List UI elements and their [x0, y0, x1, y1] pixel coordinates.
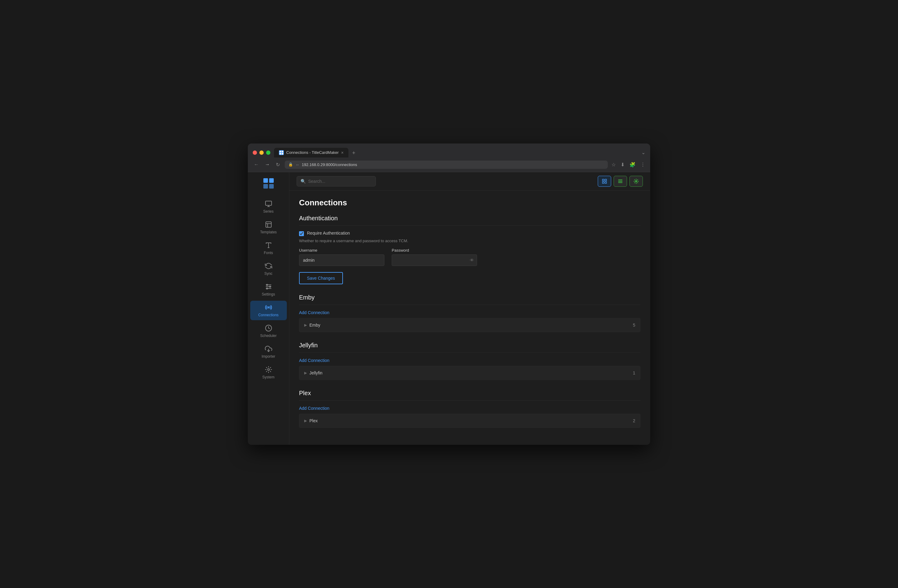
search-input[interactable] [308, 179, 372, 184]
emby-count: 5 [633, 322, 635, 327]
svg-rect-28 [602, 181, 604, 183]
jellyfin-section: Jellyfin Add Connection ▶ Jellyfin 1 [299, 342, 640, 380]
url-text: 192.168.0.29:8000/connections [302, 163, 357, 167]
app-header: 🔍 [289, 172, 650, 191]
tab-favicon [279, 150, 284, 155]
page-title: Connections [299, 198, 640, 207]
svg-rect-4 [263, 178, 268, 183]
app-logo[interactable] [262, 177, 275, 191]
sidebar-fonts-label: Fonts [264, 251, 273, 255]
plex-connection-item[interactable]: ▶ Plex 2 [299, 414, 640, 428]
save-changes-button[interactable]: Save Changes [299, 272, 343, 284]
browser-actions: ☆ ⬇ 🧩 ⋮ [612, 162, 645, 167]
list-view-button[interactable] [614, 176, 627, 187]
close-dot[interactable] [253, 150, 257, 155]
sidebar-scheduler-label: Scheduler [260, 334, 277, 338]
download-icon[interactable]: ⬇ [621, 162, 624, 167]
back-button[interactable]: ← [253, 161, 260, 169]
url-protocol: ↔ [295, 163, 299, 167]
svg-rect-5 [269, 178, 274, 183]
svg-point-33 [635, 180, 637, 182]
svg-point-25 [268, 368, 269, 370]
svg-rect-0 [280, 151, 281, 152]
card-view-button[interactable] [598, 176, 611, 187]
tab-title: Connections - TitleCardMaker [286, 150, 339, 155]
bookmark-icon[interactable]: ☆ [612, 162, 616, 167]
address-bar[interactable]: 🔒 ↔ 192.168.0.29:8000/connections [285, 161, 608, 169]
minimize-dot[interactable] [260, 150, 264, 155]
svg-point-22 [268, 307, 269, 308]
svg-rect-6 [263, 184, 268, 189]
svg-point-20 [269, 286, 271, 287]
plex-count: 2 [633, 418, 635, 423]
plex-connection-left: ▶ Plex [304, 418, 318, 423]
sidebar-connections-label: Connections [258, 313, 278, 317]
password-input[interactable] [392, 254, 477, 266]
svg-rect-3 [281, 153, 283, 155]
jellyfin-item-label: Jellyfin [309, 370, 323, 375]
emby-connection-item[interactable]: ▶ Emby 5 [299, 318, 640, 332]
sidebar-item-system[interactable]: System [250, 363, 287, 382]
sidebar-item-sync[interactable]: Sync [250, 259, 287, 279]
search-box[interactable]: 🔍 [297, 176, 376, 186]
sidebar-item-fonts[interactable]: Fonts [250, 238, 287, 258]
refresh-button[interactable]: ↻ [275, 161, 281, 169]
sidebar: Series Templates Fonts [248, 172, 289, 445]
forward-button[interactable]: → [264, 161, 271, 169]
auth-description: Whether to require a username and passwo… [299, 238, 640, 243]
security-icon: 🔒 [288, 163, 293, 167]
new-tab-button[interactable]: + [350, 149, 358, 158]
jellyfin-connection-item[interactable]: ▶ Jellyfin 1 [299, 366, 640, 380]
browser-window: Connections - TitleCardMaker × + ⌄ ← → ↻… [248, 143, 650, 445]
sidebar-item-settings[interactable]: Settings [250, 280, 287, 299]
require-auth-checkbox[interactable] [299, 231, 304, 236]
sidebar-importer-label: Importer [261, 354, 275, 359]
password-wrapper: 👁 [392, 254, 477, 266]
header-actions [598, 176, 643, 187]
plex-section-title: Plex [299, 390, 640, 401]
menu-icon[interactable]: ⋮ [640, 162, 645, 167]
require-auth-label: Require Authentication [307, 230, 350, 235]
emby-section-title: Emby [299, 294, 640, 305]
svg-rect-26 [602, 179, 604, 181]
require-auth-row: Require Authentication [299, 230, 640, 236]
plex-section: Plex Add Connection ▶ Plex 2 [299, 390, 640, 428]
credentials-row: Username Password 👁 [299, 248, 640, 266]
sidebar-item-templates[interactable]: Templates [250, 218, 287, 237]
sidebar-sync-label: Sync [264, 272, 272, 276]
username-field: Username [299, 248, 384, 266]
maximize-dot[interactable] [266, 150, 271, 155]
jellyfin-add-connection[interactable]: Add Connection [299, 358, 329, 363]
svg-rect-8 [266, 201, 272, 205]
sidebar-item-importer[interactable]: Importer [250, 342, 287, 362]
search-icon: 🔍 [301, 179, 306, 184]
sidebar-item-scheduler[interactable]: Scheduler [250, 321, 287, 341]
svg-rect-27 [605, 179, 607, 181]
tab-close-button[interactable]: × [341, 150, 343, 155]
jellyfin-section-title: Jellyfin [299, 342, 640, 353]
auth-section: Authentication Require Authentication Wh… [299, 215, 640, 284]
svg-point-19 [266, 284, 268, 286]
extensions-icon[interactable]: 🧩 [629, 162, 635, 167]
auth-section-title: Authentication [299, 215, 640, 226]
username-input[interactable] [299, 254, 384, 266]
sidebar-item-series[interactable]: Series [250, 197, 287, 216]
emby-add-connection[interactable]: Add Connection [299, 310, 329, 315]
jellyfin-connection-left: ▶ Jellyfin [304, 370, 323, 375]
app-layout: Series Templates Fonts [248, 172, 650, 445]
plex-item-label: Plex [309, 418, 318, 423]
emby-connection-left: ▶ Emby [304, 322, 320, 327]
svg-rect-7 [269, 184, 274, 189]
window-controls: ⌄ [641, 150, 645, 155]
sidebar-item-connections[interactable]: Connections [250, 301, 287, 320]
jellyfin-chevron-icon: ▶ [304, 371, 307, 375]
active-tab[interactable]: Connections - TitleCardMaker × [274, 148, 348, 158]
main-content: 🔍 [289, 172, 650, 445]
plex-add-connection[interactable]: Add Connection [299, 406, 329, 411]
username-label: Username [299, 248, 384, 253]
password-toggle-icon[interactable]: 👁 [470, 258, 474, 263]
svg-rect-2 [280, 153, 281, 155]
settings-view-button[interactable] [629, 176, 643, 187]
password-field: Password 👁 [392, 248, 477, 266]
sidebar-system-label: System [262, 375, 274, 379]
